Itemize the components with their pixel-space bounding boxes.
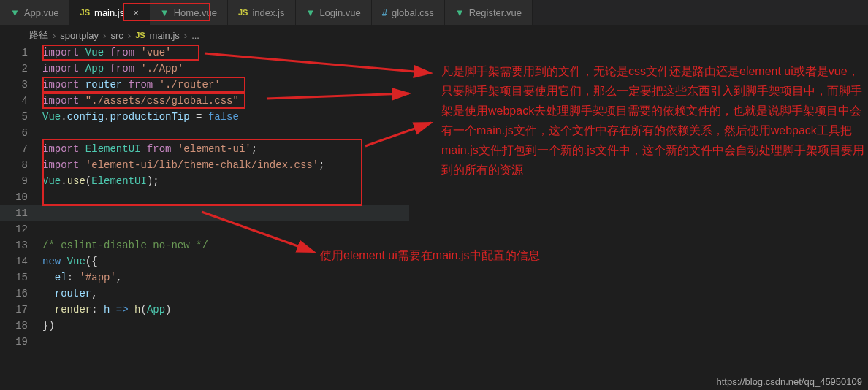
css-icon: # [382, 7, 387, 18]
breadcrumb-label: 路径 [29, 28, 48, 42]
tab-main-js[interactable]: JS main.js × [70, 0, 150, 25]
tab-label: main.js [94, 7, 124, 18]
tab-label: Home.vue [174, 7, 217, 18]
chevron-right-icon: › [53, 30, 56, 41]
tab-login-vue[interactable]: ▼ Login.vue [296, 0, 372, 25]
tab-index-js[interactable]: JS index.js [228, 0, 296, 25]
tab-home-vue[interactable]: ▼ Home.vue [150, 0, 228, 25]
vue-icon: ▼ [306, 7, 316, 18]
breadcrumb-item[interactable]: ... [191, 30, 199, 41]
breadcrumb-item[interactable]: src [110, 30, 123, 41]
breadcrumb[interactable]: 路径 › sportplay › src › JS main.js › ... [0, 26, 868, 45]
tab-label: global.css [392, 7, 434, 18]
chevron-right-icon: › [128, 30, 131, 41]
line-number-gutter: 1234 5678 9101112 13141516 171819 [0, 45, 42, 350]
breadcrumb-item[interactable]: sportplay [60, 30, 99, 41]
chevron-right-icon: › [103, 30, 106, 41]
watermark: https://blog.csdn.net/qq_45950109 [717, 376, 863, 387]
close-icon[interactable]: × [133, 7, 139, 18]
tab-label: index.js [252, 7, 284, 18]
tab-register-vue[interactable]: ▼ Register.vue [445, 0, 533, 25]
breadcrumb-item[interactable]: main.js [150, 30, 180, 41]
tab-app-vue[interactable]: ▼ App.vue [0, 0, 70, 25]
js-icon: JS [80, 8, 90, 17]
js-icon: JS [135, 31, 145, 39]
vue-icon: ▼ [10, 7, 20, 18]
chevron-right-icon: › [184, 30, 187, 41]
vue-icon: ▼ [160, 7, 170, 18]
tab-label: App.vue [24, 7, 59, 18]
annotation-second: 使用element ui需要在main.js中配置的信息 [320, 248, 540, 264]
tab-bar: ▼ App.vue JS main.js × ▼ Home.vue JS ind… [0, 0, 868, 26]
tab-label: Login.vue [319, 7, 360, 18]
js-icon: JS [238, 8, 248, 17]
tab-global-css[interactable]: # global.css [372, 0, 445, 25]
vue-icon: ▼ [455, 7, 465, 18]
annotation-main: 凡是脚手架需要用到的文件，无论是css文件还是路由还是element ui或者是… [441, 61, 867, 180]
tab-label: Register.vue [469, 7, 522, 18]
